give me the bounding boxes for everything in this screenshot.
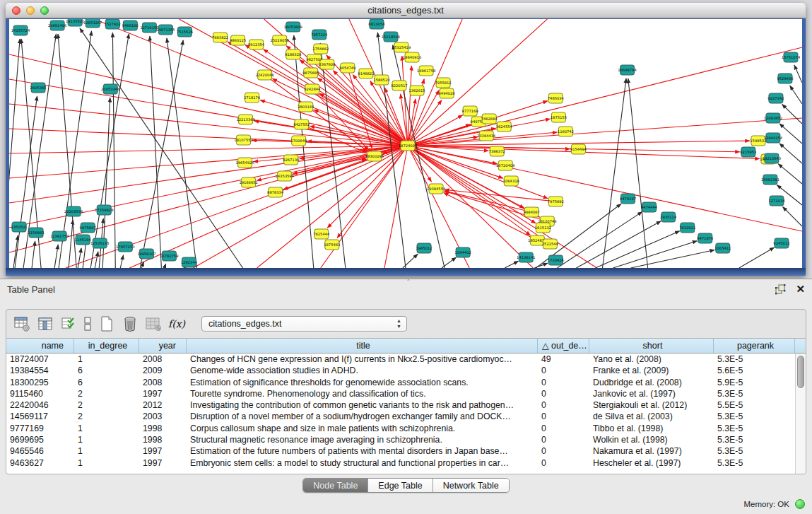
network-node[interactable]: 8912354 (248, 40, 265, 49)
network-node[interactable]: 1945012 (416, 243, 432, 253)
network-node[interactable]: 7632621 (679, 223, 695, 233)
function-builder-icon[interactable]: f(x) (168, 315, 185, 332)
network-node[interactable]: 18724007 (399, 141, 417, 151)
create-column-icon[interactable] (98, 315, 115, 332)
network-node[interactable]: 1700648 (290, 136, 307, 146)
table-scrollbar-thumb[interactable] (797, 356, 804, 388)
network-node[interactable]: 8813054 (368, 19, 385, 29)
network-node[interactable]: 6494028 (439, 88, 455, 98)
network-node[interactable]: 8427552 (293, 119, 310, 129)
table-row[interactable]: 946362711997Embryonic stem cells: a mode… (6, 457, 806, 469)
network-node[interactable]: 9975887 (80, 223, 96, 233)
network-node[interactable]: 7955812 (435, 78, 452, 88)
network-node[interactable]: 1156863 (28, 228, 45, 238)
table-row[interactable]: 1938455462009Genome-wide association stu… (6, 365, 806, 376)
network-node[interactable]: 20053346 (101, 84, 119, 94)
close-panel-icon[interactable]: ✕ (796, 284, 805, 295)
network-node[interactable]: 12505135 (90, 238, 109, 248)
network-node[interactable]: 1065411 (714, 243, 731, 253)
network-node[interactable]: 22420046 (255, 70, 273, 80)
network-node[interactable]: 1875463 (324, 240, 340, 250)
network-node[interactable]: 15751074 (782, 52, 801, 62)
network-node[interactable]: 8215953 (740, 147, 756, 157)
network-node[interactable]: 2803144 (298, 102, 314, 112)
table-row[interactable]: 911546021997Tourette syndrome. Phenomeno… (6, 388, 806, 399)
network-node[interactable]: 9875685 (302, 68, 319, 78)
network-node[interactable]: 2718176 (244, 93, 260, 103)
network-node[interactable]: 1875155 (551, 112, 567, 122)
network-node[interactable]: 1292344 (181, 257, 198, 267)
memory-status-icon[interactable] (795, 499, 805, 509)
network-node[interactable]: 8878334 (267, 187, 284, 197)
table-row[interactable]: 1456911722003Disruption of a novel membe… (6, 411, 806, 422)
network-node[interactable]: 2522544 (542, 239, 559, 249)
tab-node-table[interactable]: Node Table (303, 479, 368, 492)
table-row[interactable]: 969969511998Structural magnetic resonanc… (6, 434, 806, 445)
network-node[interactable]: 7975692 (548, 197, 564, 206)
network-node[interactable]: 14353594 (275, 171, 294, 181)
network-node[interactable]: 18107552 (234, 135, 252, 145)
tab-edge-table[interactable]: Edge Table (368, 479, 433, 492)
table-row[interactable]: 946554611997Estimation of the future num… (6, 445, 806, 457)
table-row[interactable]: 977716911998Corpus callosum shape and si… (6, 423, 806, 434)
table-mode-icon[interactable] (13, 315, 30, 332)
network-node[interactable]: 1527602 (105, 19, 121, 29)
network-node[interactable]: 12342757 (50, 231, 69, 241)
network-node[interactable]: 3624554 (496, 122, 513, 132)
delete-table-icon[interactable] (145, 315, 162, 332)
network-node[interactable]: 7625444 (313, 229, 330, 239)
table-row[interactable]: 1830029562008Estimation of significance … (6, 377, 806, 388)
network-node[interactable]: 2367608 (319, 59, 335, 69)
network-node[interactable]: 19654925 (235, 158, 254, 168)
network-node[interactable]: 9529966 (777, 74, 793, 83)
network-node[interactable]: 12444154 (764, 133, 783, 143)
network-node[interactable]: 9154494 (570, 144, 587, 154)
network-node[interactable]: 16720406 (496, 160, 514, 170)
network-node[interactable]: 19135501 (66, 19, 84, 26)
network-node[interactable]: 1362615 (408, 86, 425, 95)
network-node[interactable]: 7515526 (177, 27, 193, 37)
delete-column-icon[interactable] (122, 315, 139, 332)
network-node[interactable]: 1754662 (312, 44, 329, 54)
network-node[interactable]: 15218506 (382, 32, 400, 42)
network-node[interactable]: 19384554 (427, 184, 446, 194)
network-node[interactable]: 6479197 (620, 194, 636, 204)
network-node[interactable]: 7663822 (212, 33, 228, 42)
network-node[interactable]: 1064318 (503, 176, 519, 186)
network-node[interactable]: 12213363 (236, 115, 254, 124)
network-node[interactable]: 7857224 (311, 30, 328, 40)
network-node[interactable]: 1271034 (768, 196, 785, 206)
network-node[interactable]: 9146821 (358, 69, 374, 78)
network-node[interactable]: 8471876 (697, 233, 713, 243)
close-window-icon[interactable] (12, 6, 20, 15)
network-node[interactable]: 14671355 (156, 25, 175, 35)
panel-resize-grip[interactable]: ⌃ (406, 280, 413, 284)
network-node[interactable]: 16961758 (417, 66, 435, 76)
column-header-name[interactable]: name (6, 339, 74, 353)
column-header-short[interactable]: short (589, 339, 714, 353)
network-node[interactable]: 9466160 (122, 21, 139, 30)
network-node[interactable]: 9860125 (230, 35, 246, 45)
network-node[interactable]: 25226058 (270, 35, 288, 45)
network-node[interactable]: 14055724 (11, 25, 30, 35)
network-node[interactable]: 9245012 (773, 238, 789, 248)
select-all-icon[interactable] (60, 315, 77, 332)
float-panel-icon[interactable] (775, 284, 786, 295)
minimize-window-icon[interactable] (26, 6, 35, 15)
column-header-year[interactable]: year (139, 339, 187, 353)
network-node[interactable]: 2935114 (660, 212, 677, 222)
network-node[interactable]: 12093852 (764, 113, 782, 123)
network-node[interactable]: 1588520 (373, 75, 389, 85)
network-node[interactable]: 1733426 (548, 255, 564, 265)
network-node[interactable]: 1615132 (535, 223, 551, 233)
table-row[interactable]: 2242004622012Investigating the contribut… (6, 399, 806, 411)
network-table-select[interactable]: citations_edges.txt ▲▼ (201, 316, 407, 332)
network-node[interactable]: 10653267 (83, 19, 102, 28)
network-node[interactable]: 16210643 (763, 153, 781, 163)
row-height-icon[interactable] (83, 315, 92, 332)
network-node[interactable]: 19166652 (239, 177, 257, 187)
network-node[interactable]: 16782759 (160, 251, 178, 261)
network-node[interactable]: 20691406 (48, 21, 66, 30)
column-header-out_de[interactable]: △ out_de… (538, 339, 589, 353)
column-header-title[interactable]: title (187, 339, 538, 353)
